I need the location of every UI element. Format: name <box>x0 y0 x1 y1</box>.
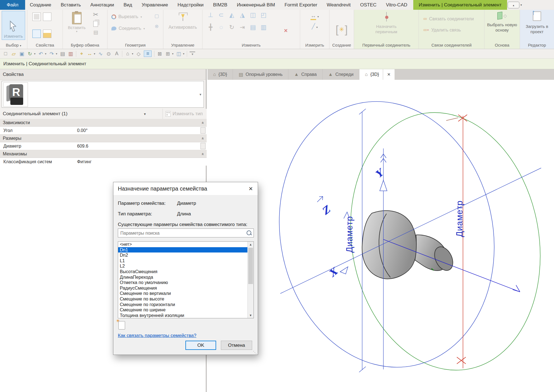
list-item[interactable]: L1 <box>118 258 254 264</box>
rotate-icon[interactable]: ↻ <box>226 24 237 31</box>
array-icon[interactable]: ▤ <box>248 24 258 31</box>
tab-view[interactable]: Вид <box>119 0 137 10</box>
move-icon[interactable]: ╋ <box>205 24 216 31</box>
tab-manage[interactable]: Управление <box>137 0 173 10</box>
new-file-icon[interactable]: □ <box>3 51 8 57</box>
edit-type-button[interactable]: Изменить тип <box>163 109 207 119</box>
home-caret-icon[interactable]: ▾ <box>132 52 133 55</box>
detail-line-icon[interactable]: ∿ <box>98 51 103 57</box>
list-item[interactable]: Смещение по высоте <box>118 296 254 302</box>
tag-icon[interactable]: ⊙ <box>106 51 111 57</box>
tab-modify-contextual[interactable]: Изменить | Соединительный элемент <box>413 0 507 10</box>
ribbon-collapse-caret-icon[interactable]: ▾ <box>520 3 522 6</box>
diameter-label-left[interactable]: Диаметр <box>345 216 354 253</box>
join-geometry-button[interactable]: Соединить ▾ <box>111 26 145 31</box>
measure-tool-icon[interactable]: ↔ <box>87 51 92 57</box>
create-group-bracket2-icon[interactable]: ] <box>345 24 348 36</box>
param-value[interactable]: 0.00° <box>73 128 200 133</box>
default-3d-view-icon[interactable]: ⌂ <box>125 51 130 57</box>
diagonal-dimension-line[interactable] <box>280 168 541 294</box>
view-tab-front[interactable]: ▲ Спереди <box>323 69 359 80</box>
view-tab-ref-level[interactable]: ▤ Опорный уровень <box>233 69 288 80</box>
user-interface-icon[interactable]: ◫ <box>176 51 182 57</box>
ribbon-collapse-button[interactable]: ▴ <box>508 2 519 8</box>
copy-icon[interactable]: ◌ <box>216 24 226 31</box>
param-row-diameter[interactable]: Диаметр 609.6 <box>0 142 207 150</box>
tab-bim2b[interactable]: BIM2B <box>208 0 232 10</box>
view-tab-3d-active[interactable]: ⌂ {3D} <box>359 69 383 80</box>
associate-parameter-button[interactable] <box>200 127 206 134</box>
element-type-caret-icon[interactable]: ▾ <box>144 112 163 116</box>
sync-caret-icon[interactable]: ▾ <box>34 52 35 55</box>
axis-label-x[interactable]: X <box>326 265 340 279</box>
match-properties-icon[interactable]: ▤ <box>93 29 98 35</box>
transfer-standards-icon[interactable]: ▥ <box>68 51 73 57</box>
sync-icon[interactable]: ↻ <box>27 51 33 57</box>
undo-icon[interactable]: ↶ <box>38 51 44 57</box>
family-category-icon[interactable] <box>32 30 41 38</box>
parameter-list[interactable]: <нет> Dn1 Dn2 L1 L2 ВысотаСмещения Длина… <box>118 241 254 318</box>
activate-dimensions-icon[interactable] <box>179 12 187 21</box>
load-into-project-label[interactable]: Загрузить в проект <box>522 24 552 34</box>
associate-parameter-button[interactable] <box>200 143 206 149</box>
list-item[interactable]: РадиусСмещения <box>118 285 254 291</box>
group-dimensions[interactable]: Размеры « <box>0 134 207 142</box>
render-icon[interactable]: ◇ <box>136 51 141 57</box>
split-element-icon[interactable]: ◫ <box>248 11 258 19</box>
list-scrollbar[interactable]: ▲ ▼ <box>247 242 254 318</box>
group-constraints[interactable]: Зависимости « <box>0 119 207 127</box>
text-icon[interactable]: A <box>114 51 120 57</box>
collapse-group-icon[interactable]: « <box>200 137 205 139</box>
redo-caret-icon[interactable]: ▾ <box>56 52 57 55</box>
save-icon[interactable]: ▣ <box>19 51 25 57</box>
open-family-icon[interactable] <box>43 30 51 38</box>
type-selector[interactable]: R ▾ <box>2 81 204 108</box>
modify-button[interactable]: Изменить <box>2 11 25 40</box>
list-item[interactable]: ВысотаСмещения <box>118 269 254 275</box>
list-item[interactable]: L2 <box>118 263 254 269</box>
dialog-close-button[interactable]: ✕ <box>244 182 258 195</box>
offset-icon[interactable]: ⊂ <box>216 11 226 19</box>
measure-button[interactable]: ↔ ▾ <box>311 13 319 19</box>
view-tab-3d-inactive[interactable]: ⌂ {3D} <box>207 69 233 80</box>
tab-addins[interactable]: Надстройки <box>173 0 208 10</box>
3d-canvas[interactable]: Y Z X Диаметр Диаметр <box>207 80 554 392</box>
paste-button[interactable]: Вставить ▾ <box>68 12 86 33</box>
axis-label-z[interactable]: Z <box>319 203 333 217</box>
cut-profile-icon[interactable]: ⊗ <box>154 23 159 29</box>
copy-to-clipboard-icon[interactable] <box>93 21 98 27</box>
ok-button[interactable]: OK <box>185 341 216 350</box>
properties-palette-icon[interactable] <box>32 13 41 21</box>
thin-lines-icon[interactable]: ≡ <box>144 50 152 57</box>
measure-between-refs-button[interactable]: ╱ ▾ <box>312 23 318 30</box>
customize-qat-icon[interactable]: ▾ <box>190 52 195 56</box>
delete-icon[interactable]: × <box>284 27 288 34</box>
how-to-link-parameters-link[interactable]: Как связать параметры семейства? <box>118 333 196 338</box>
fitting-body[interactable] <box>362 211 417 279</box>
scroll-up-icon[interactable]: ▲ <box>248 242 254 247</box>
create-group-star-icon[interactable]: ✳ <box>339 26 344 33</box>
list-item[interactable]: Толщина внутренней изоляции <box>118 313 254 318</box>
scrollbar-thumb[interactable] <box>248 248 253 284</box>
tab-file[interactable]: Файл <box>0 0 25 10</box>
list-item[interactable]: <нет> <box>118 242 254 247</box>
properties-panel-title[interactable]: Свойства <box>0 69 206 80</box>
list-item[interactable]: ДлинаПерехода <box>118 275 254 280</box>
type-selector-caret-icon[interactable]: ▾ <box>199 92 201 97</box>
list-item[interactable]: Dn2 <box>118 252 254 258</box>
open-file-icon[interactable]: ▱ <box>11 51 16 57</box>
panel-select-label[interactable]: Выбор ▾ <box>0 42 27 49</box>
list-item[interactable]: Смещение по ширине <box>118 307 254 313</box>
tab-formit-exporter[interactable]: Formit Exporter <box>280 0 322 10</box>
new-parameter-button[interactable] <box>118 321 125 330</box>
cancel-button[interactable]: Отмена <box>221 341 252 350</box>
family-types-icon[interactable] <box>43 13 51 21</box>
diameter-label-right[interactable]: Диаметр <box>455 200 464 237</box>
trim-extend-icon[interactable]: ⇥ <box>237 24 248 31</box>
tab-vitrocad[interactable]: Vitro-CAD <box>381 0 412 10</box>
close-view-button[interactable]: ✕ <box>383 69 395 80</box>
mirror-draw-axis-icon[interactable]: ◮ <box>237 11 248 19</box>
cut-to-clipboard-icon[interactable]: ✂ <box>93 11 98 18</box>
switch-windows-icon[interactable]: ⊞ <box>165 51 171 57</box>
element-type-name[interactable]: Соединительный элемент (1) <box>0 111 68 117</box>
